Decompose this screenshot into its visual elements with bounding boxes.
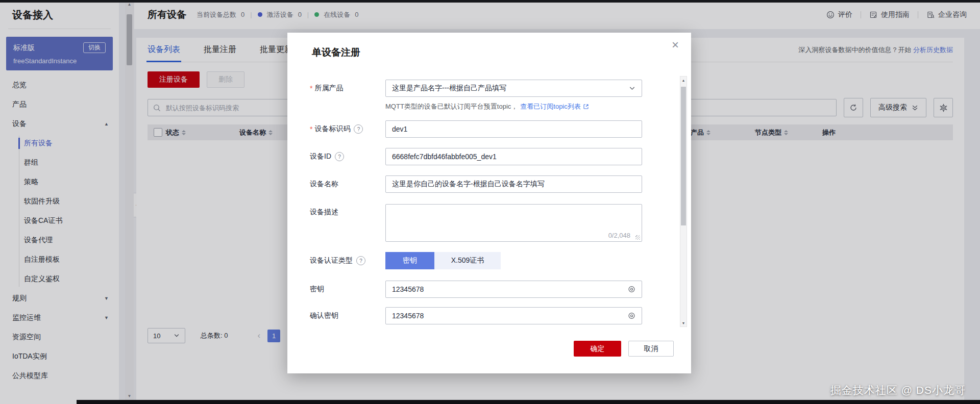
help-icon[interactable]: ? [335, 152, 344, 161]
confirm-secret-input[interactable] [385, 307, 642, 324]
device-desc-textarea[interactable] [386, 205, 642, 231]
field-secret: 密钥 [310, 281, 642, 298]
auth-secret-toggle[interactable]: 密钥 [385, 252, 434, 269]
device-desc-label: 设备描述 [310, 208, 338, 217]
video-progress-bar [77, 400, 980, 404]
product-label: 所属产品 [314, 84, 343, 93]
close-icon[interactable]: × [672, 39, 679, 51]
resize-grip[interactable] [635, 235, 640, 240]
required-mark: * [310, 125, 312, 133]
field-auth-type: 设备认证类型 ? 密钥 X.509证书 [310, 252, 501, 269]
watermark: 掘金技术社区 @ DS小龙哥 [830, 383, 966, 397]
chevron-down-icon [629, 85, 635, 92]
device-code-input[interactable] [385, 120, 642, 138]
modal-scrollbar[interactable]: ▲ ▼ [680, 76, 687, 327]
field-device-code: * 设备标识码 ? [310, 120, 642, 138]
modal-title: 单设备注册 [312, 46, 360, 59]
scrollbar-thumb[interactable] [681, 87, 686, 225]
page: 设备接入 标准版 切换 freeStandardInstance 总览 产品 设… [0, 0, 980, 404]
product-select[interactable]: 这里是产品名字---根据自己产品填写 [385, 80, 642, 97]
field-device-name: 设备名称 [310, 175, 642, 193]
auth-type-label: 设备认证类型 [310, 256, 353, 265]
field-product: * 所属产品 这里是产品名字---根据自己产品填写 [310, 80, 642, 97]
field-device-id: 设备ID ? [310, 148, 642, 165]
device-id-input[interactable] [385, 148, 642, 165]
device-id-label: 设备ID [310, 152, 331, 161]
eye-icon[interactable] [627, 312, 636, 320]
field-device-desc: 设备描述 0/2,048 [310, 204, 642, 242]
subscribed-topics-link[interactable]: 查看已订阅topic列表 [520, 102, 589, 111]
eye-icon[interactable] [627, 285, 636, 293]
device-name-input[interactable] [385, 175, 642, 193]
video-top-bar [0, 0, 980, 3]
confirm-secret-label: 确认密钥 [310, 311, 338, 320]
confirm-button[interactable]: 确定 [574, 341, 621, 357]
required-mark: * [310, 84, 312, 92]
scroll-down-icon[interactable]: ▼ [680, 319, 687, 326]
scroll-up-icon[interactable]: ▲ [680, 77, 687, 84]
help-icon[interactable]: ? [354, 124, 363, 134]
mqtt-topic-hint: MQTT类型的设备已默认订阅平台预置topic， 查看已订阅topic列表 [385, 102, 589, 111]
device-code-label: 设备标识码 [314, 124, 350, 134]
register-device-modal: 单设备注册 × * 所属产品 这里是产品名字---根据自己产品填写 MQTT类型… [287, 33, 691, 373]
help-icon[interactable]: ? [356, 256, 365, 265]
device-desc-wrap: 0/2,048 [385, 204, 642, 242]
cancel-button[interactable]: 取消 [628, 341, 674, 357]
field-confirm-secret: 确认密钥 [310, 307, 642, 324]
secret-input[interactable] [385, 281, 642, 298]
external-link-icon [583, 104, 589, 110]
secret-label: 密钥 [310, 285, 324, 294]
device-name-label: 设备名称 [310, 180, 338, 189]
auth-x509-toggle[interactable]: X.509证书 [434, 252, 501, 269]
char-counter: 0/2,048 [608, 232, 630, 239]
